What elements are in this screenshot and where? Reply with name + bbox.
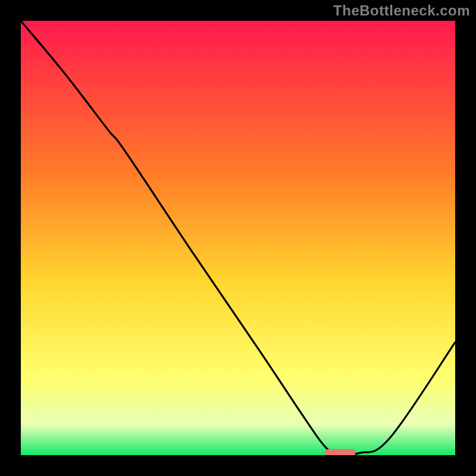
- optimal-range-marker: [325, 449, 355, 455]
- plot-area: [21, 21, 455, 455]
- chart-stage: TheBottleneck.com: [0, 0, 476, 476]
- watermark-text: TheBottleneck.com: [333, 2, 470, 19]
- gradient-bg: [21, 21, 455, 455]
- plot-svg: [21, 21, 455, 455]
